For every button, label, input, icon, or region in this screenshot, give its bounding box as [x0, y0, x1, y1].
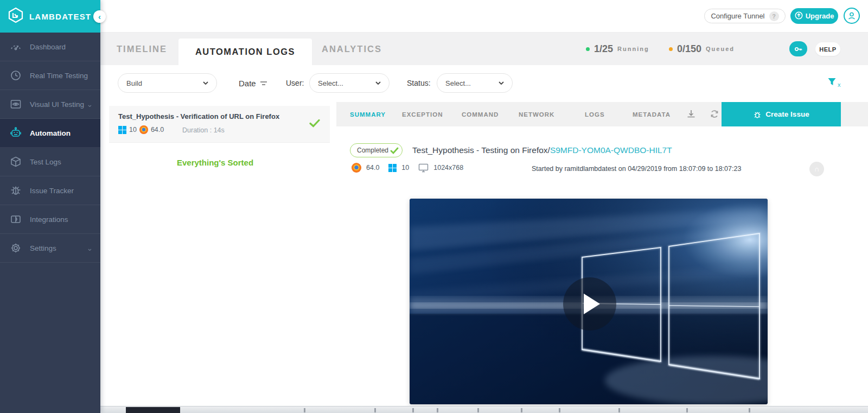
tab-analytics[interactable]: ANALYTICS	[322, 33, 382, 65]
taskbar-tick	[477, 408, 479, 412]
session-video-player[interactable]	[410, 199, 768, 404]
os-version: 10	[401, 164, 409, 171]
session-id-link[interactable]: S9MFD-YOM0A-QWDBO-HIL7T	[550, 145, 672, 155]
eye-window-icon	[9, 98, 22, 111]
running-label: Running	[617, 46, 649, 52]
queued-value: 0/150	[677, 43, 701, 55]
create-issue-button[interactable]: Create Issue	[722, 102, 841, 126]
tab-exception[interactable]: EXCEPTION	[402, 102, 443, 126]
test-duration: Duration : 14s	[182, 126, 225, 134]
clear-x-mark: x	[838, 81, 841, 88]
sidebar-nav: Dashboard Real Time Testing Visual UI	[0, 33, 100, 263]
sidebar-item-settings[interactable]: Settings ⌄	[0, 234, 100, 263]
status-select[interactable]: Select...	[437, 73, 513, 93]
key-icon	[794, 45, 803, 54]
session-title-text: Test_Hypothesis - Testing on Firefox/	[412, 145, 550, 155]
resolution: 1024x768	[433, 164, 463, 171]
upgrade-button[interactable]: Upgrade	[790, 8, 838, 24]
help-question-icon[interactable]: ?	[769, 11, 779, 21]
sidebar-item-visual-ui-testing[interactable]: Visual UI Testing ⌄	[0, 90, 100, 119]
test-list-item[interactable]: Test_Hypothesis - Verification of URL on…	[109, 106, 330, 143]
tab-timeline[interactable]: TIMELINE	[117, 33, 167, 65]
green-check-icon	[390, 147, 399, 154]
taskbar-sliver	[0, 406, 868, 413]
green-check-icon	[309, 119, 320, 130]
sidebar-item-real-time-testing[interactable]: Real Time Testing	[0, 61, 100, 90]
queued-stat: 0/150 Queued	[669, 33, 735, 65]
test-title: Test_Hypothesis - Verification of URL on…	[118, 112, 279, 120]
brand-name: LAMBDATEST	[29, 12, 91, 21]
tab-metadata[interactable]: METADATA	[633, 102, 671, 126]
filter-funnel-icon	[827, 77, 837, 86]
running-stat: 1/25 Running	[586, 33, 649, 65]
tab-logs[interactable]: LOGS	[585, 102, 605, 126]
user-select[interactable]: Select...	[309, 73, 390, 93]
tab-summary[interactable]: SUMMARY	[350, 102, 386, 126]
main-tabs-bar: TIMELINE AUTOMATION LOGS ANALYTICS 1/25 …	[100, 33, 868, 65]
filter-bar: Build Date User: Select... Status: Selec…	[100, 65, 868, 101]
top-bar: Configure Tunnel ? Upgrade	[100, 0, 868, 33]
sidebar-item-test-logs[interactable]: Test Logs	[0, 148, 100, 176]
taskbar-tick	[412, 408, 414, 412]
session-meta: 64.0 10 1024x768	[352, 163, 463, 173]
access-key-button[interactable]	[789, 41, 807, 56]
sidebar-item-integrations[interactable]: Integrations	[0, 205, 100, 234]
sort-lines-icon	[260, 81, 267, 86]
taskbar-tick	[304, 408, 305, 412]
refresh-icon	[710, 109, 719, 119]
refresh-button[interactable]	[710, 109, 720, 120]
sidebar-item-automation[interactable]: Automation	[0, 119, 100, 148]
taskbar-tick	[521, 408, 522, 412]
status-filter-label: Status:	[407, 79, 431, 87]
taskbar-tick	[749, 408, 750, 412]
configure-tunnel-button[interactable]: Configure Tunnel ?	[704, 9, 786, 23]
download-icon	[686, 109, 696, 119]
firefox-icon	[139, 125, 148, 134]
tab-automation-logs[interactable]: AUTOMATION LOGS	[178, 39, 312, 65]
gear-icon	[9, 242, 22, 255]
taskbar-tick	[437, 408, 438, 412]
browser-version: 64.0	[366, 164, 379, 171]
status-badge-label: Completed	[357, 147, 388, 154]
lambdatest-logo-icon	[8, 7, 24, 26]
running-dot	[586, 47, 590, 51]
detail-tabs-bar: SUMMARY EXCEPTION COMMAND NETWORK LOGS M…	[336, 102, 868, 126]
help-button[interactable]: HELP	[815, 42, 840, 56]
taskbar-tick	[374, 408, 376, 412]
running-value: 1/25	[594, 43, 613, 55]
play-button[interactable]	[563, 277, 616, 331]
chevron-down-icon: ⌄	[87, 244, 93, 252]
bug-icon	[9, 184, 22, 197]
tab-network[interactable]: NETWORK	[519, 102, 554, 126]
date-filter-label: Date	[239, 79, 256, 88]
sidebar-item-label: Test Logs	[30, 158, 61, 166]
sidebar-item-label: Real Time Testing	[30, 72, 88, 80]
bug-icon	[753, 110, 762, 119]
build-select-value: Build	[126, 79, 142, 87]
sidebar-item-issue-tracker[interactable]: Issue Tracker	[0, 176, 100, 205]
sidebar-item-dashboard[interactable]: Dashboard	[0, 33, 100, 61]
windows-icon	[388, 164, 397, 172]
download-button[interactable]	[686, 109, 697, 120]
clear-filters-button[interactable]: x	[827, 77, 841, 88]
configure-tunnel-label: Configure Tunnel	[711, 12, 764, 20]
summary-header: Completed Test_Hypothesis - Testing on F…	[350, 143, 672, 157]
date-filter[interactable]: Date	[239, 79, 267, 88]
chevron-down-icon	[375, 81, 381, 85]
sidebar-collapse-button[interactable]: ‹	[93, 10, 106, 23]
sidebar-item-label: Dashboard	[30, 43, 66, 51]
taskbar-segment	[126, 407, 180, 413]
upgrade-label: Upgrade	[806, 12, 834, 20]
list-end-message: Everything's Sorted	[100, 158, 330, 167]
queued-label: Queued	[706, 46, 735, 52]
build-select[interactable]: Build	[118, 73, 217, 93]
robot-icon	[9, 126, 22, 139]
user-avatar[interactable]	[844, 8, 860, 24]
gauge-icon	[9, 40, 22, 53]
session-badge-icon[interactable]: ∩	[809, 162, 824, 176]
tab-command[interactable]: COMMAND	[462, 102, 499, 126]
sidebar-item-label: Visual UI Testing	[30, 100, 84, 109]
os-version: 10	[129, 126, 137, 134]
session-title: Test_Hypothesis - Testing on Firefox/S9M…	[412, 145, 672, 155]
test-meta: 10 64.0	[118, 125, 164, 134]
